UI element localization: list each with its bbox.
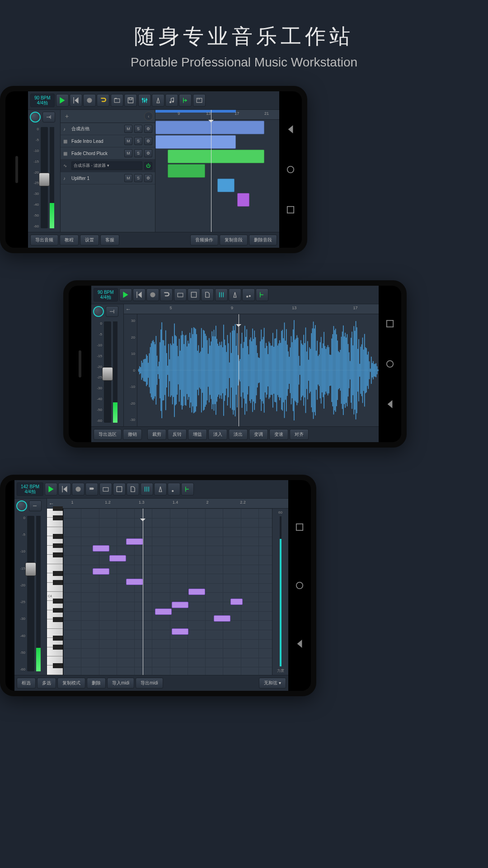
- piano-button[interactable]: [193, 94, 206, 107]
- track-row[interactable]: ▦Fade Intro LeadMS⚙: [61, 135, 155, 147]
- settings-button[interactable]: 设置: [80, 235, 99, 245]
- gear-icon[interactable]: ⚙: [144, 125, 152, 133]
- rewind-button[interactable]: [70, 94, 82, 107]
- save-button[interactable]: [113, 483, 126, 495]
- mute-button[interactable]: M: [124, 125, 132, 133]
- timeline[interactable]: 9 13 17 21: [155, 110, 279, 232]
- delete-segment-button[interactable]: 删除音段: [249, 235, 277, 245]
- playhead[interactable]: [143, 509, 143, 675]
- reverse-button[interactable]: 反转: [168, 429, 187, 440]
- export-midi-button[interactable]: 导出midi: [136, 678, 163, 689]
- collapse-button[interactable]: ‹: [144, 112, 153, 121]
- metronome-button[interactable]: [152, 94, 164, 107]
- snap-button[interactable]: [179, 94, 192, 107]
- record-button[interactable]: [72, 483, 84, 495]
- copy-segment-button[interactable]: 复制音段: [220, 235, 248, 245]
- bpm-display[interactable]: 142 BPM4/4拍: [17, 482, 43, 496]
- play-button[interactable]: [56, 94, 69, 107]
- add-track-button[interactable]: +: [62, 113, 142, 120]
- waveform-canvas[interactable]: [137, 314, 379, 426]
- speed-button[interactable]: 变速: [269, 429, 288, 440]
- nav-back-icon[interactable]: [296, 640, 304, 648]
- nav-home-icon[interactable]: [286, 165, 295, 174]
- playhead[interactable]: [211, 110, 211, 232]
- support-button[interactable]: 客服: [100, 235, 119, 245]
- pitch-button[interactable]: 变调: [249, 429, 268, 440]
- nav-recent-icon[interactable]: [286, 206, 295, 214]
- gear-icon[interactable]: ⚙: [144, 137, 152, 145]
- play-button[interactable]: [119, 288, 132, 301]
- bpm-display[interactable]: 90 BPM4/4拍: [94, 288, 118, 302]
- playhead[interactable]: [239, 314, 239, 426]
- track-row[interactable]: ♪合成吉他MS⚙: [61, 123, 155, 135]
- crop-button[interactable]: 裁剪: [147, 429, 166, 440]
- rewind-button[interactable]: [133, 288, 145, 301]
- master-knob[interactable]: [93, 306, 104, 317]
- nav-back-icon[interactable]: [286, 125, 295, 133]
- loop-button[interactable]: [97, 94, 109, 107]
- piano-keyboard[interactable]: C4: [47, 509, 63, 675]
- solo-button[interactable]: S: [134, 125, 142, 133]
- back-arrow-icon[interactable]: ←: [126, 306, 131, 312]
- notes-button[interactable]: [168, 483, 180, 495]
- rewind-button[interactable]: [58, 483, 71, 495]
- master-knob[interactable]: [30, 112, 41, 123]
- record-button[interactable]: [83, 94, 96, 107]
- multi-select-button[interactable]: 多选: [37, 678, 56, 689]
- waveform-editor[interactable]: ← 5 9 13 17 3020100-10-20-30: [124, 304, 379, 426]
- ruler[interactable]: 9 13 17 21: [155, 110, 279, 120]
- note-grid[interactable]: [63, 509, 272, 675]
- import-midi-button[interactable]: 导入midi: [107, 678, 134, 689]
- nav-back-icon[interactable]: [386, 400, 394, 408]
- document-button[interactable]: [201, 288, 214, 301]
- loop-button[interactable]: [160, 288, 173, 301]
- mixer-button[interactable]: [141, 483, 153, 495]
- fx-select[interactable]: 合成乐器 - 滤波器 ▾: [71, 161, 142, 170]
- metronome-button[interactable]: [229, 288, 241, 301]
- notes-button[interactable]: [165, 94, 178, 107]
- export-audio-button[interactable]: 导出音频: [30, 235, 58, 245]
- tutorial-button[interactable]: 教程: [60, 235, 79, 245]
- export-selection-button[interactable]: 导出选区: [94, 429, 122, 440]
- solo-button[interactable]: S: [134, 149, 142, 157]
- copy-mode-button[interactable]: 复制模式: [57, 678, 85, 689]
- midi-clip[interactable]: [168, 150, 264, 163]
- mixer-button[interactable]: [138, 94, 151, 107]
- notes-button[interactable]: [242, 288, 255, 301]
- ruler[interactable]: ← 1 1.2 1.3 1.4 2 2.2: [47, 499, 288, 509]
- gear-icon[interactable]: ⚙: [144, 174, 152, 182]
- master-fader[interactable]: [104, 321, 111, 423]
- audio-ops-button[interactable]: 音频操作: [190, 235, 218, 245]
- track-row[interactable]: ▦Fade Chord PluckMS⚙: [61, 147, 155, 160]
- mute-button[interactable]: M: [124, 137, 132, 145]
- gear-icon[interactable]: ⚙: [144, 149, 152, 157]
- undo-button[interactable]: 撤销: [123, 429, 142, 440]
- loop-button[interactable]: [85, 483, 98, 495]
- solo-button[interactable]: S: [134, 137, 142, 145]
- expand-button[interactable]: [42, 112, 55, 123]
- gain-button[interactable]: 增益: [188, 429, 207, 440]
- nav-home-icon[interactable]: [386, 360, 394, 368]
- record-button[interactable]: [146, 288, 159, 301]
- midi-clip[interactable]: [155, 135, 236, 149]
- power-button[interactable]: ⏻: [144, 162, 152, 170]
- snap-button[interactable]: [181, 483, 194, 495]
- folder-button[interactable]: [99, 483, 112, 495]
- chord-select[interactable]: 无和弦 ▾: [259, 678, 286, 689]
- mute-button[interactable]: M: [124, 149, 132, 157]
- audio-clip[interactable]: [237, 193, 249, 207]
- metronome-button[interactable]: [154, 483, 167, 495]
- save-button[interactable]: [188, 288, 200, 301]
- master-fader[interactable]: [27, 516, 34, 671]
- track-row[interactable]: ♪Uplifter 1MS⚙: [61, 172, 155, 184]
- velocity-slider[interactable]: [280, 516, 282, 666]
- bpm-display[interactable]: 90 BPM4/4拍: [30, 94, 55, 107]
- nav-recent-icon[interactable]: [296, 523, 304, 531]
- snap-button[interactable]: [256, 288, 268, 301]
- solo-button[interactable]: S: [134, 174, 142, 182]
- save-button[interactable]: [124, 94, 137, 107]
- folder-button[interactable]: [174, 288, 187, 301]
- delete-button[interactable]: 删除: [87, 678, 106, 689]
- loop-region[interactable]: [155, 110, 236, 113]
- align-button[interactable]: 对齐: [290, 429, 309, 440]
